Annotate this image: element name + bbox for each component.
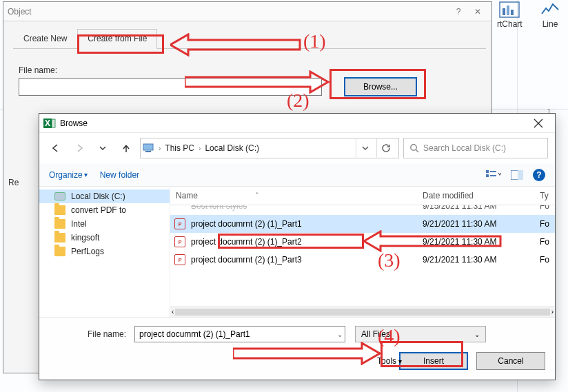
cancel-button[interactable]: Cancel bbox=[476, 352, 545, 370]
file-row-type: Fo bbox=[534, 205, 555, 215]
new-folder-button[interactable]: New folder bbox=[100, 170, 139, 180]
organize-button[interactable]: Organize ▾ bbox=[49, 170, 88, 180]
address-bar[interactable]: › This PC › Local Disk (C:) bbox=[140, 138, 399, 158]
svg-rect-9 bbox=[143, 144, 153, 150]
horizontal-scrollbar[interactable]: ‹ › bbox=[170, 306, 555, 317]
column-name[interactable]: Name bbox=[176, 191, 198, 200]
annotation-number-4: (4) bbox=[378, 325, 400, 347]
annotation-number-3: (3) bbox=[378, 249, 400, 271]
search-placeholder: Search Local Disk (C:) bbox=[423, 143, 506, 153]
chevron-down-icon[interactable]: ⌄ bbox=[337, 331, 343, 338]
sidebar-item-convert-pdf[interactable]: convert PDF to bbox=[39, 203, 170, 217]
file-type-combobox[interactable]: All Files ⌄ bbox=[355, 326, 486, 342]
chevron-down-icon: ⌄ bbox=[474, 331, 480, 338]
ribbon-pivotchart[interactable]: rtChart bbox=[497, 1, 523, 29]
file-row[interactable]: project documrnt (2) (1)_Part2 9/21/2021… bbox=[170, 233, 555, 251]
object-title: Object bbox=[8, 7, 449, 17]
recent-locations-button[interactable] bbox=[93, 138, 112, 158]
file-row-date: 9/21/2021 11:30 AM bbox=[417, 251, 534, 269]
file-row[interactable]: Best font styles 9/15/2021 11:31 AM Fo bbox=[170, 205, 555, 215]
svg-rect-18 bbox=[518, 170, 523, 180]
tab-create-new[interactable]: Create New bbox=[13, 29, 77, 49]
insert-button-label: Insert bbox=[423, 356, 444, 366]
ribbon-pivotchart-label: rtChart bbox=[497, 19, 523, 29]
ribbon-sparkline-line[interactable]: Line bbox=[540, 1, 560, 29]
browse-title: Browse bbox=[60, 118, 526, 128]
svg-rect-1 bbox=[503, 8, 505, 15]
sidebar-item-intel[interactable]: Intel bbox=[39, 217, 170, 231]
close-icon[interactable]: ✕ bbox=[468, 7, 487, 17]
pdf-file-icon bbox=[174, 218, 185, 229]
svg-line-12 bbox=[416, 149, 418, 152]
sidebar-item-kingsoft[interactable]: kingsoft bbox=[39, 231, 170, 245]
pc-icon bbox=[142, 142, 154, 154]
file-list: Name ˆ Date modified Ty Best font styles… bbox=[170, 187, 555, 317]
tools-button[interactable]: Tools ▾ bbox=[377, 356, 402, 366]
file-row-date: 9/21/2021 11:30 AM bbox=[417, 215, 534, 233]
file-row-name: Best font styles bbox=[185, 205, 417, 215]
folder-icon bbox=[54, 233, 65, 243]
file-row-date: 9/21/2021 11:30 AM bbox=[417, 233, 534, 251]
file-row-date: 9/15/2021 11:31 AM bbox=[417, 205, 534, 215]
svg-rect-14 bbox=[486, 174, 489, 177]
scroll-left-icon[interactable]: ‹ bbox=[172, 308, 174, 316]
svg-text:X: X bbox=[45, 118, 50, 128]
folder-tree: Local Disk (C:) convert PDF to Intel kin… bbox=[39, 187, 170, 317]
file-row-name: project documrnt (2) (1)_Part1 bbox=[185, 215, 417, 233]
svg-rect-8 bbox=[52, 119, 55, 127]
browse-dialog: X Browse › This PC › Local Disk (C:) Sea… bbox=[39, 113, 556, 380]
browse-button[interactable]: Browse... bbox=[344, 77, 417, 96]
column-date[interactable]: Date modified bbox=[417, 187, 534, 205]
chevron-right-icon: › bbox=[159, 145, 161, 152]
disk-icon bbox=[54, 192, 65, 200]
file-name-value: project documrnt (2) (1)_Part1 bbox=[139, 329, 250, 339]
refresh-button[interactable] bbox=[376, 138, 394, 158]
file-row-type: Fo bbox=[534, 251, 555, 269]
column-type[interactable]: Ty bbox=[534, 187, 555, 205]
help-icon[interactable]: ? bbox=[449, 7, 468, 17]
sidebar-item-label: Intel bbox=[71, 219, 87, 229]
forward-button[interactable] bbox=[70, 138, 89, 158]
tab-create-from-file[interactable]: Create from File bbox=[77, 29, 157, 49]
search-input[interactable]: Search Local Disk (C:) bbox=[403, 138, 548, 158]
file-row[interactable]: project documrnt (2) (1)_Part3 9/21/2021… bbox=[170, 251, 555, 269]
annotation-number-2: (2) bbox=[287, 90, 310, 112]
sidebar-item-local-disk[interactable]: Local Disk (C:) bbox=[39, 189, 170, 203]
file-row-name: project documrnt (2) (1)_Part2 bbox=[185, 233, 417, 251]
object-titlebar: Object ? ✕ bbox=[3, 2, 491, 21]
sort-indicator-icon: ˆ bbox=[256, 192, 258, 200]
svg-rect-10 bbox=[145, 151, 151, 152]
breadcrumb-this-pc[interactable]: This PC bbox=[165, 143, 194, 153]
file-name-combobox[interactable]: project documrnt (2) (1)_Part1 ⌄ bbox=[134, 326, 345, 342]
view-options-button[interactable] bbox=[486, 169, 501, 180]
svg-rect-13 bbox=[486, 170, 489, 173]
svg-rect-2 bbox=[507, 6, 509, 15]
file-row[interactable]: project documrnt (2) (1)_Part1 9/21/2021… bbox=[170, 215, 555, 233]
file-list-body: Best font styles 9/15/2021 11:31 AM Fo p… bbox=[170, 205, 555, 306]
sidebar-item-perflogs[interactable]: PerfLogs bbox=[39, 245, 170, 258]
nav-row: › This PC › Local Disk (C:) Search Local… bbox=[39, 133, 555, 163]
preview-pane-button[interactable] bbox=[511, 170, 523, 180]
chevron-right-icon: › bbox=[199, 145, 201, 152]
file-row-type: Fo bbox=[534, 215, 555, 233]
pivotchart-icon bbox=[499, 1, 520, 18]
up-button[interactable] bbox=[116, 138, 136, 158]
insert-button[interactable]: Insert bbox=[399, 352, 468, 370]
browse-footer: File name: project documrnt (2) (1)_Part… bbox=[39, 317, 555, 380]
file-name-label: File name: bbox=[19, 65, 57, 75]
file-list-header: Name ˆ Date modified Ty bbox=[170, 187, 555, 205]
object-tabs: Create New Create from File bbox=[13, 28, 486, 49]
breadcrumb-local-disk[interactable]: Local Disk (C:) bbox=[205, 143, 259, 153]
scroll-right-icon[interactable]: › bbox=[551, 308, 554, 316]
pdf-file-icon bbox=[174, 236, 185, 247]
close-icon[interactable] bbox=[526, 114, 551, 132]
cancel-button-label: Cancel bbox=[498, 356, 523, 366]
help-icon[interactable]: ? bbox=[533, 169, 545, 181]
pdf-file-icon bbox=[174, 254, 185, 265]
svg-point-11 bbox=[411, 145, 416, 150]
address-dropdown[interactable] bbox=[356, 138, 374, 158]
file-name-input[interactable] bbox=[19, 78, 322, 96]
file-row-type: Fo bbox=[534, 233, 555, 251]
partial-label: Re bbox=[8, 178, 19, 187]
back-button[interactable] bbox=[46, 138, 65, 158]
